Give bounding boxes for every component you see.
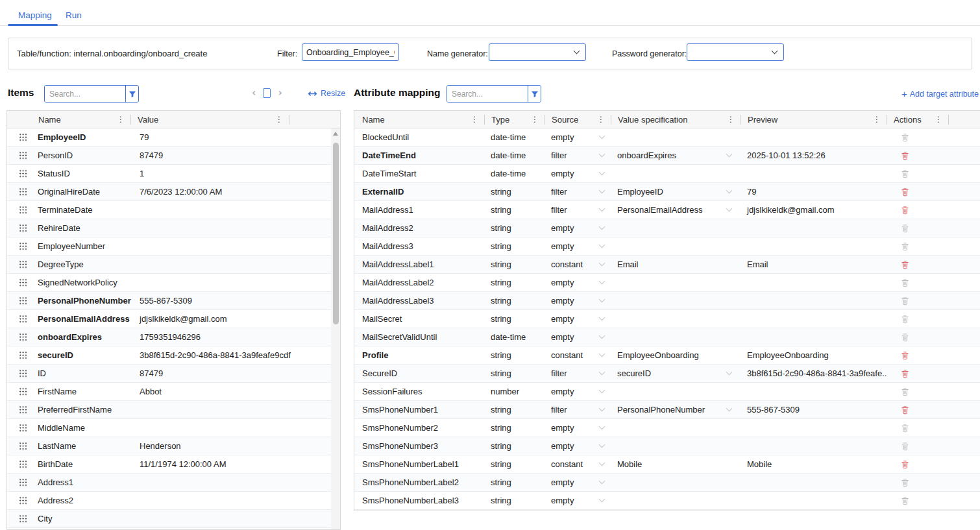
add-target-attribute-button[interactable]: + Add target attribute [901,89,979,99]
table-row[interactable]: PreferredFirstName [7,401,331,419]
drag-handle-icon[interactable] [19,260,27,269]
value-spec-select[interactable] [611,300,741,302]
column-menu-icon[interactable]: ⋮ [469,114,480,125]
delete-button[interactable] [898,132,912,143]
table-row[interactable]: BlockedUntil date-time empty [354,128,980,147]
column-menu-icon[interactable]: ⋮ [115,114,127,125]
name-generator-select[interactable] [489,43,586,61]
source-select[interactable]: empty [545,496,611,505]
value-spec-select[interactable]: PersonalEmailAddress [611,205,741,215]
table-row[interactable]: MiddleName [7,419,331,437]
delete-button[interactable] [898,350,912,361]
source-select[interactable]: filter [545,368,611,378]
filter-funnel-icon[interactable] [528,86,541,102]
delete-button[interactable] [898,313,912,325]
source-select[interactable]: filter [545,405,611,415]
delete-button[interactable] [898,459,912,470]
delete-button[interactable] [898,331,912,343]
delete-button[interactable] [898,386,912,398]
drag-handle-icon[interactable] [19,278,27,287]
table-row[interactable]: BirthDate 11/1/1974 12:00:00 AM [7,455,331,474]
source-select[interactable]: empty [545,423,611,433]
column-menu-icon[interactable]: ⋮ [529,114,541,125]
delete-button[interactable] [898,204,912,216]
table-row[interactable]: SessionFailures number empty [354,383,980,401]
table-row[interactable]: TerminateDate [7,201,331,219]
scroll-up-icon[interactable] [333,132,338,136]
table-row[interactable]: SmsPhoneNumber1 string filter PersonalPh… [354,401,980,419]
source-select[interactable]: filter [545,187,611,197]
table-row[interactable]: City [7,510,331,528]
drag-handle-icon[interactable] [19,187,27,196]
resize-button[interactable]: Resize [308,89,345,98]
source-select[interactable]: empty [545,241,611,251]
column-menu-icon[interactable]: ⋮ [273,114,285,125]
column-menu-icon[interactable]: ⋮ [933,114,944,125]
value-spec-select[interactable]: Mobile [611,459,741,469]
table-row[interactable]: SmsPhoneNumberLabel2 string empty [354,474,980,492]
table-row[interactable]: SmsPhoneNumber3 string empty [354,437,980,455]
source-select[interactable]: empty [545,314,611,324]
items-scrollbar[interactable] [331,128,340,529]
table-row[interactable]: DegreeType [7,256,331,274]
table-row[interactable]: secureID 3b8f615d-2c90-486a-8841-3a9feaf… [7,346,331,365]
scrollbar-thumb[interactable] [333,143,339,324]
value-spec-select[interactable]: secureID [611,368,741,378]
table-row[interactable]: PersonalEmailAddress jdjslkikeldk@gmail.… [7,310,331,328]
drag-handle-icon[interactable] [19,224,27,232]
source-select[interactable]: empty [545,278,611,287]
drag-handle-icon[interactable] [19,369,27,378]
value-spec-select[interactable] [611,336,741,338]
column-menu-icon[interactable]: ⋮ [871,114,883,125]
delete-button[interactable] [898,150,912,162]
value-spec-select[interactable] [611,481,741,483]
page-next-icon[interactable]: › [278,88,282,98]
source-select[interactable]: constant [545,459,611,469]
value-spec-select[interactable]: PersonalPhoneNumber [611,405,741,415]
delete-button[interactable] [898,477,912,488]
drag-handle-icon[interactable] [19,351,27,359]
table-row[interactable]: ID 87479 [7,365,331,383]
value-spec-select[interactable] [611,173,741,175]
value-spec-select[interactable]: EmployeeOnboarding [611,350,741,360]
value-spec-select[interactable] [611,391,741,392]
table-row[interactable]: EmployeeID 79 [7,128,331,147]
source-select[interactable]: empty [545,441,611,451]
table-row[interactable]: SmsPhoneNumberLabel3 string empty [354,492,980,510]
drag-handle-icon[interactable] [19,296,27,305]
source-select[interactable]: empty [545,332,611,342]
table-row[interactable]: SecureID string filter secureID 3b8f615d… [354,365,980,383]
delete-button[interactable] [898,241,912,252]
page-prev-icon[interactable]: ‹ [252,88,256,98]
drag-handle-icon[interactable] [19,151,27,160]
table-row[interactable]: PersonID 87479 [7,147,331,165]
drag-handle-icon[interactable] [19,133,27,141]
delete-button[interactable] [898,186,912,198]
source-select[interactable]: empty [545,132,611,142]
table-row[interactable]: OriginalHireDate 7/6/2023 12:00:00 AM [7,183,331,201]
table-row[interactable]: SmsPhoneNumber2 string empty [354,419,980,437]
source-select[interactable]: filter [545,151,611,160]
mapping-search-input[interactable] [447,86,528,102]
drag-handle-icon[interactable] [19,333,27,341]
table-row[interactable]: Address2 [7,492,331,510]
drag-handle-icon[interactable] [19,315,27,323]
table-row[interactable]: RehireDate [7,219,331,237]
page-indicator-icon[interactable] [263,88,271,98]
value-spec-select[interactable] [611,445,741,447]
table-row[interactable]: DateTimeEnd date-time filter onboardExpi… [354,147,980,165]
table-row[interactable]: LastName Henderson [7,437,331,455]
filter-input[interactable] [302,43,399,61]
source-select[interactable]: empty [545,296,611,306]
table-row[interactable]: PersonalPhoneNumber 555-867-5309 [7,292,331,310]
table-row[interactable]: StatusID 1 [7,165,331,183]
value-spec-select[interactable] [611,500,741,501]
delete-button[interactable] [898,277,912,289]
drag-handle-icon[interactable] [19,405,27,414]
source-select[interactable]: empty [545,477,611,487]
source-select[interactable]: constant [545,259,611,269]
drag-handle-icon[interactable] [19,478,27,487]
value-spec-select[interactable] [611,136,741,138]
table-row[interactable]: DateTimeStart date-time empty [354,165,980,183]
table-row[interactable]: SignedNetworkPolicy [7,274,331,292]
